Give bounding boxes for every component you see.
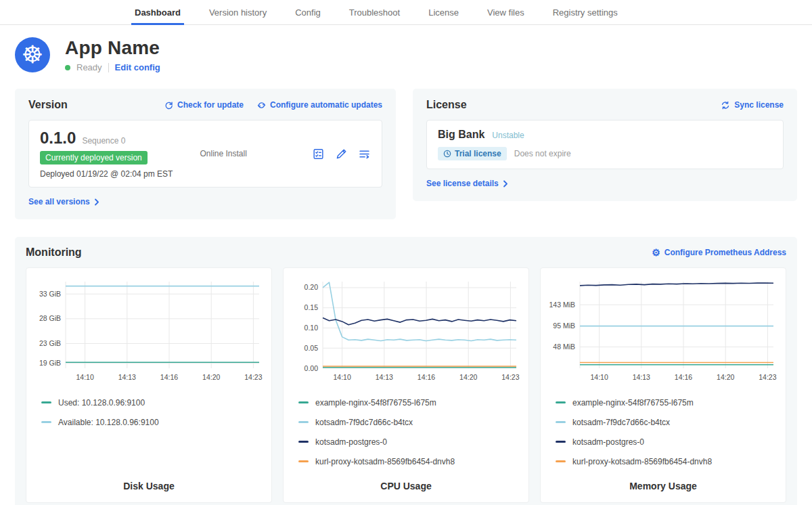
- monitoring-card: Monitoring ⚙ Configure Prometheus Addres…: [15, 237, 797, 505]
- see-license-details-label: See license details: [426, 179, 499, 188]
- series-label: kurl-proxy-kotsadm-8569fb6454-dnvh8: [572, 457, 712, 466]
- license-card-title: License: [426, 99, 467, 111]
- tab-license[interactable]: License: [414, 0, 473, 24]
- svg-text:0.20: 0.20: [304, 283, 319, 291]
- disk-usage-svg: 14:1014:1314:1614:2014:2333 GiB28 GiB23 …: [33, 276, 263, 386]
- legend-item: Used: 10.128.0.96:9100: [41, 393, 265, 412]
- svg-text:14:13: 14:13: [376, 373, 393, 381]
- legend-item: example-nginx-54f8f76755-l675m: [556, 393, 779, 412]
- series-color-swatch: [298, 401, 309, 403]
- series-label: example-nginx-54f8f76755-l675m: [572, 398, 694, 408]
- refresh-icon: [164, 101, 173, 110]
- app-status: Ready: [76, 62, 102, 72]
- legend-item: kotsadm-7f9dc7d66c-b4tcx: [556, 412, 779, 432]
- trial-license-badge: Trial license: [438, 147, 507, 160]
- license-channel: Unstable: [492, 131, 524, 140]
- series-label: Used: 10.128.0.96:9100: [58, 398, 145, 408]
- legend-item: kurl-proxy-kotsadm-8569fb6454-dnvh8: [298, 452, 522, 471]
- series-color-swatch: [298, 460, 309, 462]
- series-label: example-nginx-54f8f76755-l675m: [315, 398, 436, 408]
- release-notes-button[interactable]: [312, 148, 325, 160]
- legend-item: kotsadm-postgres-0: [298, 432, 522, 452]
- license-box: Big Bank Unstable Trial license Does not…: [426, 120, 784, 169]
- series-label: kotsadm-postgres-0: [572, 437, 644, 447]
- cards-row: Version Check for update Configure autom…: [0, 89, 812, 219]
- configure-automatic-updates-label: Configure automatic updates: [270, 100, 382, 110]
- series-color-swatch: [556, 460, 566, 462]
- cpu-usage-plot: 14:1014:1314:1614:2014:230.200.150.100.0…: [290, 276, 522, 386]
- series-color-swatch: [41, 401, 51, 403]
- edit-config-button[interactable]: [335, 148, 348, 160]
- svg-text:14:23: 14:23: [244, 373, 262, 381]
- version-card-title: Version: [28, 99, 68, 111]
- memory-usage-chart-box: 14:1014:1314:1614:2014:23143 MiB95 MiB48…: [540, 267, 786, 503]
- series-color-swatch: [298, 441, 309, 443]
- edit-pencil-icon: [335, 148, 348, 160]
- svg-text:14:20: 14:20: [717, 373, 734, 381]
- svg-text:14:23: 14:23: [759, 373, 776, 381]
- charts-row: 14:1014:1314:1614:2014:2333 GiB28 GiB23 …: [26, 267, 786, 503]
- series-label: kotsadm-7f9dc7d66c-b4tcx: [572, 418, 670, 427]
- series-label: kurl-proxy-kotsadm-8569fb6454-dnvh8: [315, 457, 455, 466]
- svg-text:14:10: 14:10: [76, 373, 93, 381]
- series-label: Available: 10.128.0.96:9100: [58, 418, 159, 427]
- version-number: 0.1.0: [40, 129, 76, 148]
- series-color-swatch: [556, 441, 566, 443]
- monitoring-title: Monitoring: [26, 246, 82, 259]
- configure-prometheus-link[interactable]: ⚙ Configure Prometheus Address: [652, 248, 786, 257]
- tab-troubleshoot[interactable]: Troubleshoot: [335, 0, 414, 24]
- configure-automatic-updates-link[interactable]: Configure automatic updates: [257, 100, 382, 110]
- current-version-box: 0.1.0 Sequence 0 Currently deployed vers…: [28, 120, 382, 188]
- legend-item: kotsadm-7f9dc7d66c-b4tcx: [298, 412, 522, 432]
- svg-text:33 GiB: 33 GiB: [39, 290, 61, 298]
- app-title: App Name: [65, 37, 160, 59]
- deployed-date: Deployed 01/19/22 @ 02:04 pm EST: [40, 169, 173, 179]
- svg-text:48 MiB: 48 MiB: [553, 343, 575, 351]
- tab-config[interactable]: Config: [281, 0, 335, 24]
- tab-version-history[interactable]: Version history: [195, 0, 281, 24]
- cpu-usage-title: CPU Usage: [290, 471, 522, 491]
- svg-text:28 GiB: 28 GiB: [39, 314, 61, 322]
- svg-text:14:13: 14:13: [633, 373, 650, 381]
- app-header: ☸ App Name Ready Edit config: [0, 25, 812, 72]
- svg-text:14:23: 14:23: [501, 373, 519, 381]
- svg-text:14:20: 14:20: [459, 373, 477, 381]
- legend-item: kotsadm-postgres-0: [556, 432, 779, 452]
- series-color-swatch: [556, 421, 566, 423]
- cpu-usage-legend: example-nginx-54f8f76755-l675mkotsadm-7f…: [290, 393, 522, 471]
- gear-icon: ⚙: [652, 248, 660, 257]
- legend-item: example-nginx-54f8f76755-l675m: [298, 393, 522, 412]
- install-type-label: Online Install: [200, 149, 246, 158]
- deploy-logs-button[interactable]: [358, 148, 371, 160]
- memory-usage-plot: 14:1014:1314:1614:2014:23143 MiB95 MiB48…: [547, 276, 779, 386]
- kubernetes-wheel-icon: ☸: [22, 43, 43, 67]
- tab-view-files[interactable]: View files: [473, 0, 539, 24]
- cpu-usage-chart-box: 14:1014:1314:1614:2014:230.200.150.100.0…: [283, 267, 529, 503]
- tab-registry-settings[interactable]: Registry settings: [539, 0, 632, 24]
- see-all-versions-link[interactable]: See all versions: [28, 197, 99, 206]
- series-color-swatch: [556, 401, 566, 403]
- see-license-details-link[interactable]: See license details: [426, 179, 508, 188]
- disk-usage-legend: Used: 10.128.0.96:9100Available: 10.128.…: [33, 393, 265, 432]
- edit-config-link[interactable]: Edit config: [115, 62, 160, 72]
- svg-text:95 MiB: 95 MiB: [553, 322, 575, 330]
- deployed-version-badge: Currently deployed version: [40, 151, 148, 164]
- memory-usage-legend: example-nginx-54f8f76755-l675mkotsadm-7f…: [547, 393, 779, 471]
- check-for-update-link[interactable]: Check for update: [164, 100, 244, 110]
- svg-text:14:13: 14:13: [118, 373, 136, 381]
- memory-usage-svg: 14:1014:1314:1614:2014:23143 MiB95 MiB48…: [547, 276, 777, 386]
- tab-dashboard[interactable]: Dashboard: [120, 0, 195, 24]
- license-expiry: Does not expire: [514, 149, 571, 158]
- svg-text:0.15: 0.15: [304, 303, 319, 311]
- check-for-update-label: Check for update: [177, 100, 244, 110]
- series-color-swatch: [41, 421, 51, 423]
- svg-text:14:20: 14:20: [202, 373, 220, 381]
- trial-license-label: Trial license: [455, 149, 501, 158]
- version-sequence: Sequence 0: [82, 136, 125, 146]
- sync-license-link[interactable]: Sync license: [721, 100, 784, 110]
- disk-usage-chart-box: 14:1014:1314:1614:2014:2333 GiB28 GiB23 …: [26, 267, 272, 503]
- top-navbar: Dashboard Version history Config Trouble…: [0, 0, 812, 25]
- svg-text:14:16: 14:16: [160, 373, 178, 381]
- disk-usage-plot: 14:1014:1314:1614:2014:2333 GiB28 GiB23 …: [33, 276, 265, 386]
- legend-item: kurl-proxy-kotsadm-8569fb6454-dnvh8: [556, 452, 779, 471]
